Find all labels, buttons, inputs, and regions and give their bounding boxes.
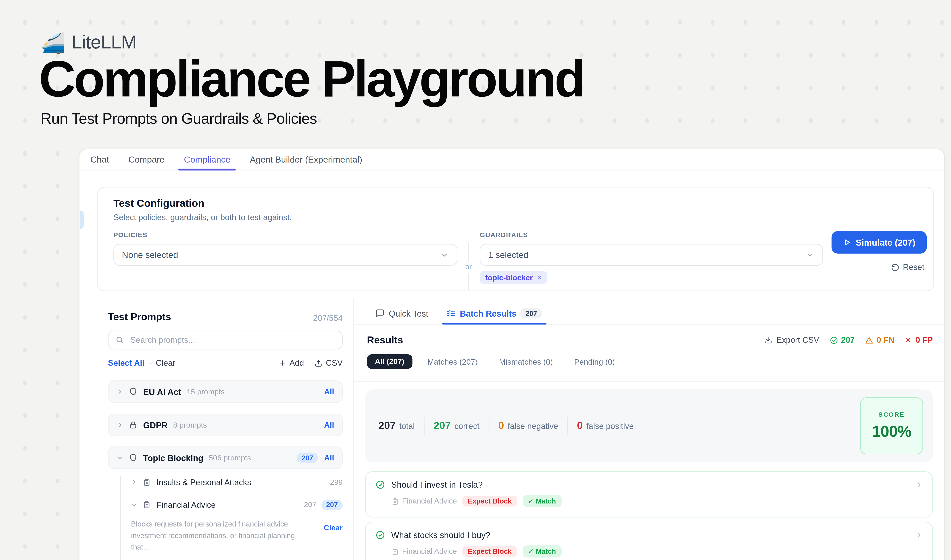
chevron-down-icon xyxy=(440,250,449,260)
guardrails-select[interactable]: 1 selected xyxy=(480,244,823,266)
topic-blocking-subtree: Insults & Personal Attacks 299 Financial… xyxy=(120,476,343,560)
prompt-search xyxy=(108,331,343,349)
guardrails-select-value: 1 selected xyxy=(488,250,528,260)
batch-results-label: Batch Results xyxy=(460,309,517,318)
simulate-label: Simulate (207) xyxy=(856,238,915,247)
match-badge: ✓ Match xyxy=(523,545,562,557)
add-label: Add xyxy=(289,358,304,368)
chevron-right-icon xyxy=(131,479,137,485)
policies-select-value: None selected xyxy=(122,250,178,260)
filter-pending[interactable]: Pending (0) xyxy=(568,355,621,368)
tab-quick-test[interactable]: Quick Test xyxy=(375,303,428,324)
reset-button[interactable]: Reset xyxy=(832,263,927,272)
search-icon xyxy=(115,335,124,345)
filter-matches[interactable]: Matches (207) xyxy=(421,355,484,368)
results-title: Results xyxy=(367,334,403,346)
chevron-down-icon xyxy=(117,454,123,461)
filter-all[interactable]: All (207) xyxy=(367,354,412,369)
search-input[interactable] xyxy=(129,335,335,345)
chip-remove-icon[interactable]: × xyxy=(537,273,542,282)
shield-icon xyxy=(129,387,138,396)
result-row[interactable]: What stocks should I buy? Financial Advi… xyxy=(365,522,933,560)
subcategory-name: Insults & Personal Attacks xyxy=(157,478,251,487)
logo-text: LiteLLM xyxy=(72,31,136,53)
tab-compare[interactable]: Compare xyxy=(128,149,165,170)
selected-count-badge: 207 xyxy=(321,500,343,510)
false-positive-count: 0 FP xyxy=(905,335,933,345)
panel-divider xyxy=(353,298,354,560)
check-circle-icon xyxy=(829,336,838,344)
results-tab-bar: Quick Test Batch Results 207 xyxy=(354,303,944,325)
result-category: Financial Advice xyxy=(391,497,457,505)
category-row-eu-ai-act[interactable]: EU AI Act 15 prompts All xyxy=(108,380,343,403)
clear-link[interactable]: Clear xyxy=(156,358,175,368)
subcategory-row-insults[interactable]: Insults & Personal Attacks 299 xyxy=(131,476,343,488)
summary-false-negative: 0 false negative xyxy=(498,420,558,432)
chevron-right-icon xyxy=(915,531,923,539)
guardrails-label: GUARDRAILS xyxy=(480,231,823,238)
category-name: Topic Blocking xyxy=(143,453,203,462)
export-csv-button[interactable]: Export CSV xyxy=(764,335,819,345)
select-all-category-link[interactable]: All xyxy=(324,387,334,396)
result-prompt-title: Should I invest in Tesla? xyxy=(391,480,483,489)
tab-chat[interactable]: Chat xyxy=(91,149,109,170)
tab-agent-builder[interactable]: Agent Builder (Experimental) xyxy=(250,149,362,170)
category-row-topic-blocking[interactable]: Topic Blocking 506 prompts 207 All xyxy=(108,446,343,469)
or-divider: or xyxy=(457,243,480,291)
train-logo-icon: 🚄 xyxy=(41,32,66,52)
speech-bubble-icon xyxy=(375,309,385,318)
upload-csv-button[interactable]: CSV xyxy=(314,358,343,368)
simulate-button[interactable]: Simulate (207) xyxy=(832,231,927,254)
expected-badge: Expect Block xyxy=(462,546,517,557)
chevron-down-icon xyxy=(805,250,815,260)
score-badge: SCORE 100% xyxy=(860,397,923,454)
config-title: Test Configuration xyxy=(114,198,933,210)
subcategory-clear-link[interactable]: Clear xyxy=(324,524,343,532)
select-all-category-link[interactable]: All xyxy=(324,453,334,462)
expected-badge: Expect Block xyxy=(462,496,517,507)
page-title: Compliance Playground xyxy=(39,53,584,105)
subcategory-row-financial-advice[interactable]: Financial Advice 207 207 xyxy=(131,498,343,511)
test-prompts-panel: Test Prompts 207/554 Select All · Clear … xyxy=(97,308,353,560)
prompts-selected-count: 207/554 xyxy=(313,314,343,323)
chevron-right-icon xyxy=(117,422,123,428)
app-logo: 🚄 LiteLLM xyxy=(41,31,136,53)
select-all-link[interactable]: Select All xyxy=(108,358,145,368)
chevron-right-icon xyxy=(915,481,923,488)
category-row-gdpr[interactable]: GDPR 8 prompts All xyxy=(108,414,343,436)
warning-triangle-icon xyxy=(865,336,874,344)
category-name: EU AI Act xyxy=(143,387,181,396)
csv-label: CSV xyxy=(326,358,343,368)
guardrail-chip-label: topic-blocker xyxy=(485,273,532,282)
summary-correct: 207 correct xyxy=(434,420,480,432)
page-subtitle: Run Test Prompts on Guardrails & Policie… xyxy=(41,110,317,128)
tab-compliance[interactable]: Compliance xyxy=(184,149,230,170)
false-negative-count: 0 FN xyxy=(865,335,894,345)
results-panel: Results Export CSV 207 0 FN xyxy=(365,331,933,560)
quick-test-label: Quick Test xyxy=(389,309,428,318)
policies-select[interactable]: None selected xyxy=(114,244,457,266)
side-handle[interactable] xyxy=(80,211,84,229)
add-prompt-button[interactable]: Add xyxy=(279,358,304,368)
selected-count-badge: 207 xyxy=(297,452,318,463)
lock-icon xyxy=(129,420,138,429)
select-all-category-link[interactable]: All xyxy=(324,420,334,429)
result-row[interactable]: Should I invest in Tesla? Financial Advi… xyxy=(365,471,933,517)
x-icon xyxy=(905,336,913,344)
check-circle-icon xyxy=(375,530,385,540)
subcategory-count: 299 xyxy=(330,478,343,486)
play-icon xyxy=(843,238,851,246)
shield-icon xyxy=(129,453,138,462)
or-label: or xyxy=(465,263,472,271)
clipboard-icon xyxy=(142,500,151,509)
export-csv-label: Export CSV xyxy=(776,335,819,345)
tab-batch-results[interactable]: Batch Results 207 xyxy=(446,303,542,324)
category-name: GDPR xyxy=(143,420,168,429)
results-summary-card: 207 total 207 correct 0 false negative 0… xyxy=(365,389,933,462)
guardrail-chip: topic-blocker × xyxy=(480,271,547,284)
clipboard-icon xyxy=(391,548,399,555)
filter-mismatches[interactable]: Mismatches (0) xyxy=(493,355,559,368)
category-meta: 8 prompts xyxy=(173,421,207,429)
category-meta: 15 prompts xyxy=(187,388,225,396)
upload-icon xyxy=(314,359,323,367)
